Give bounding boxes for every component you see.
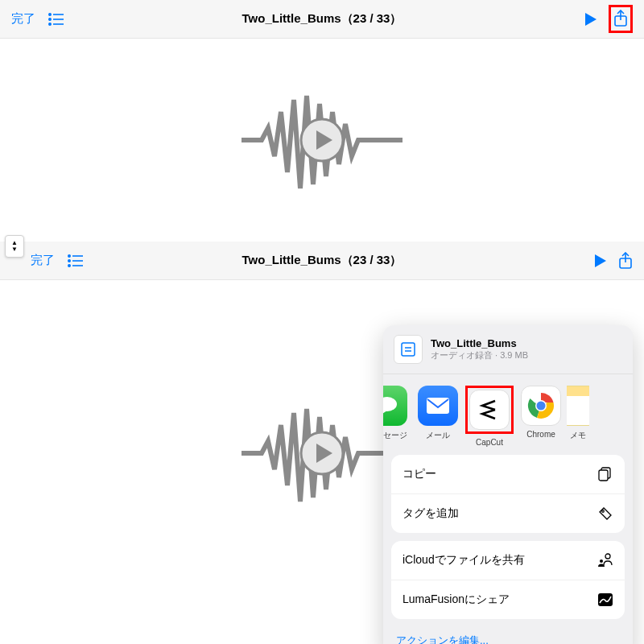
top-content xyxy=(0,39,644,242)
icloud-people-icon xyxy=(597,552,613,568)
svg-point-33 xyxy=(602,510,605,513)
top-titlebar-right xyxy=(584,5,633,33)
share-header: Two_Little_Bums オーディオ録音 · 3.9 MB xyxy=(383,325,633,374)
bottom-titlebar-left: 完了 xyxy=(31,253,84,268)
app-label: メモ xyxy=(570,430,586,441)
action-label: タグを追加 xyxy=(402,506,459,521)
bottom-titlebar-right xyxy=(594,252,633,270)
capcut-icon xyxy=(469,390,510,430)
bottom-title: Two_Little_Bums（23 / 33） xyxy=(242,253,402,268)
app-label: CapCut xyxy=(476,438,503,447)
svg-marker-6 xyxy=(585,13,597,26)
list-icon[interactable] xyxy=(68,254,84,267)
share-button[interactable] xyxy=(613,10,628,27)
top-title: Two_Little_Bums（23 / 33） xyxy=(242,11,402,27)
copy-icon xyxy=(597,466,613,482)
action-label: コピー xyxy=(402,467,436,481)
file-thumbnail xyxy=(394,335,423,364)
chevron-down-icon: ▼ xyxy=(11,246,18,253)
svg-marker-17 xyxy=(595,254,606,267)
done-button[interactable]: 完了 xyxy=(11,11,35,27)
file-info: Two_Little_Bums オーディオ録音 · 3.9 MB xyxy=(431,337,528,361)
svg-point-0 xyxy=(49,13,51,14)
audio-placeholder[interactable] xyxy=(242,397,402,510)
notes-icon xyxy=(567,386,589,426)
lumafusion-icon xyxy=(597,592,613,608)
top-panel: 完了 Two_Little_Bums（23 / 33） xyxy=(0,0,644,242)
app-label: メッセージ xyxy=(383,430,407,441)
top-titlebar-left: 完了 xyxy=(11,11,64,27)
app-messages[interactable]: メッセージ xyxy=(383,386,412,441)
scroll-indicator[interactable]: ▲ ▼ xyxy=(5,235,24,258)
svg-point-34 xyxy=(605,554,610,559)
action-label: LumaFusionにシェア xyxy=(402,592,510,607)
action-list-2: iCloudでファイルを共有 LumaFusionにシェア xyxy=(391,541,625,619)
svg-point-30 xyxy=(537,402,546,411)
bottom-titlebar: ▲ ▼ 完了 Two_Little_Bums（23 / 33） xyxy=(0,242,644,280)
svg-point-13 xyxy=(68,259,70,261)
action-list-1: コピー タグを追加 xyxy=(391,455,625,533)
messages-icon xyxy=(383,386,407,426)
edit-actions-link[interactable]: アクションを編集... xyxy=(383,625,633,644)
svg-point-35 xyxy=(600,559,603,563)
svg-point-4 xyxy=(49,23,51,24)
svg-point-2 xyxy=(49,18,51,19)
tag-icon xyxy=(597,506,613,522)
app-mail[interactable]: メール xyxy=(412,386,464,441)
app-notes[interactable]: メモ xyxy=(567,386,589,441)
svg-rect-27 xyxy=(427,398,449,414)
svg-rect-32 xyxy=(599,470,608,481)
audio-placeholder[interactable] xyxy=(242,84,402,196)
action-lumafusion[interactable]: LumaFusionにシェア xyxy=(391,580,625,619)
list-icon[interactable] xyxy=(48,13,64,26)
svg-marker-26 xyxy=(383,410,387,415)
mail-icon xyxy=(418,386,458,426)
action-icloud-share[interactable]: iCloudでファイルを共有 xyxy=(391,541,625,580)
file-meta: オーディオ録音 · 3.9 MB xyxy=(431,349,528,361)
svg-point-25 xyxy=(383,397,397,411)
play-button[interactable] xyxy=(594,254,607,268)
share-button-highlight xyxy=(609,5,633,33)
svg-point-15 xyxy=(68,264,70,266)
app-row[interactable]: メッセージ メール CapCut xyxy=(383,374,633,455)
action-copy[interactable]: コピー xyxy=(391,455,625,494)
file-name: Two_Little_Bums xyxy=(431,337,528,349)
chrome-icon xyxy=(521,386,561,426)
app-label: Chrome xyxy=(526,430,555,439)
app-chrome[interactable]: Chrome xyxy=(515,386,567,439)
bottom-panel: ▲ ▼ 完了 Two_Little_Bums（23 / 33） xyxy=(0,242,644,570)
capcut-highlight xyxy=(465,386,514,434)
app-label: メール xyxy=(426,430,450,441)
done-button[interactable]: 完了 xyxy=(31,253,55,268)
action-add-tag[interactable]: タグを追加 xyxy=(391,494,625,533)
share-button[interactable] xyxy=(618,252,633,270)
svg-rect-22 xyxy=(402,343,415,356)
svg-point-11 xyxy=(68,254,70,256)
app-capcut[interactable]: CapCut xyxy=(464,386,515,447)
bottom-content: Two_Little_Bums オーディオ録音 · 3.9 MB メッセージ メ… xyxy=(0,280,644,570)
action-label: iCloudでファイルを共有 xyxy=(402,553,525,568)
play-button[interactable] xyxy=(584,12,597,27)
share-sheet: Two_Little_Bums オーディオ録音 · 3.9 MB メッセージ メ… xyxy=(383,325,633,644)
top-titlebar: 完了 Two_Little_Bums（23 / 33） xyxy=(0,0,644,39)
